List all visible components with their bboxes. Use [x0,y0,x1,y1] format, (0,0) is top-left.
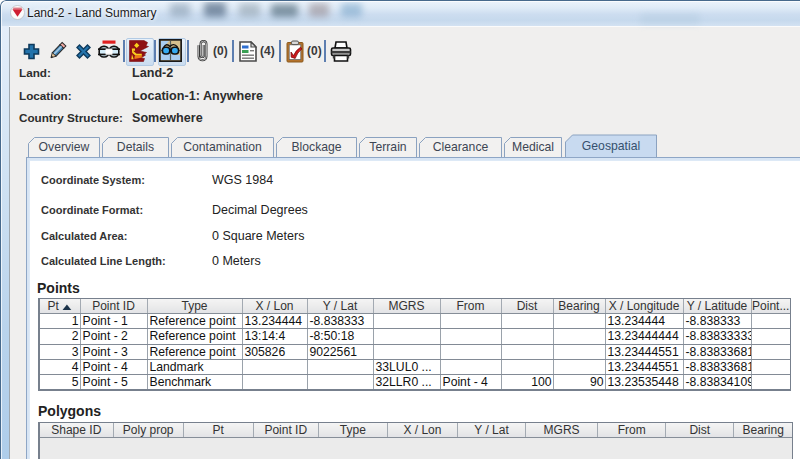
svg-text:Details: Details [117,140,154,154]
svg-text:Contamination: Contamination [183,140,262,154]
svg-text:Terrain: Terrain [369,140,406,154]
svg-text:Medical: Medical [512,140,554,154]
svg-text:Clearance: Clearance [433,140,489,154]
svg-text:Geospatial: Geospatial [582,139,640,153]
svg-text:Blockage: Blockage [291,140,341,154]
svg-text:Overview: Overview [39,140,90,154]
